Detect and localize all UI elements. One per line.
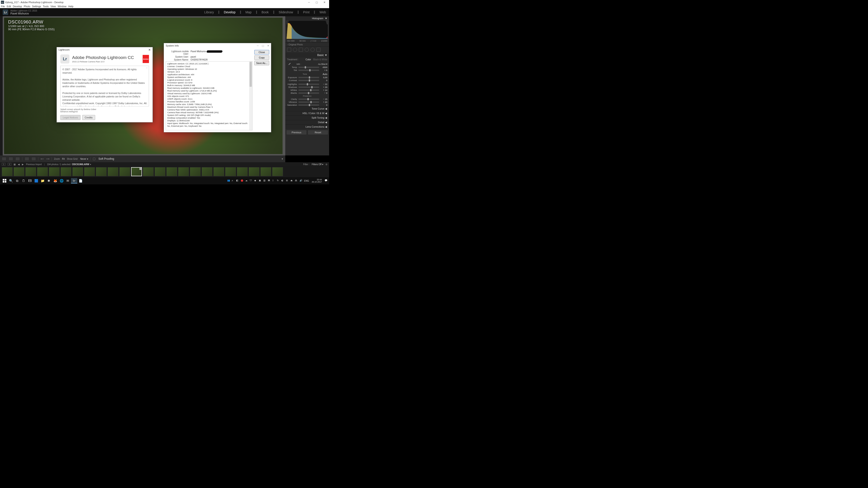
start-button[interactable] <box>1 178 8 184</box>
menu-photo[interactable]: Photo <box>24 5 30 8</box>
auto-tone[interactable]: Auto <box>322 73 327 75</box>
tray-app7-icon[interactable]: ◐ <box>281 179 285 182</box>
thumbnail[interactable]: 2 <box>131 167 142 176</box>
about-close-icon[interactable]: ✕ <box>148 48 151 52</box>
sysinfo-scrollbar[interactable] <box>249 61 252 130</box>
app-icon-2[interactable]: ✱ <box>46 178 52 184</box>
back-icon[interactable]: ◀ <box>18 163 20 166</box>
module-slideshow[interactable]: Slideshow <box>278 10 293 14</box>
contrast-slider[interactable] <box>298 80 319 81</box>
tray-app1-icon[interactable]: ◧ <box>236 179 239 182</box>
filter-lock-icon[interactable]: ⊘ <box>326 163 327 166</box>
thumbnail[interactable] <box>249 167 259 176</box>
sysinfo-copy-button[interactable]: Copy <box>254 55 269 60</box>
firefox-icon[interactable]: 🦊 <box>52 178 58 184</box>
tray-network-icon[interactable]: 🖧 <box>295 179 298 182</box>
about-dialog-titlebar[interactable]: Lightroom ✕ <box>57 47 153 52</box>
thumbnail[interactable] <box>155 167 165 176</box>
flag-icon[interactable] <box>25 157 29 161</box>
tray-clock[interactable]: 22:4426.10.2017 <box>310 178 323 183</box>
thumbnail[interactable] <box>37 167 48 176</box>
split-toning-panel[interactable]: Split Toning ◀ <box>285 116 329 120</box>
tray-app4-icon[interactable]: ▣ <box>259 179 262 182</box>
zoom-fit[interactable]: Fit <box>62 158 65 160</box>
thumbnail[interactable] <box>107 167 119 176</box>
temp-slider[interactable] <box>298 67 319 68</box>
media-player-icon[interactable]: 🎞 <box>27 178 33 184</box>
menu-help[interactable]: Help <box>68 5 73 8</box>
detail-panel[interactable]: Detail ◀ <box>285 120 329 125</box>
whites-slider[interactable] <box>298 90 319 91</box>
thumbnail[interactable] <box>260 167 271 176</box>
exposure-slider[interactable] <box>298 77 319 78</box>
tray-sync-icon[interactable]: ↻ <box>277 179 280 182</box>
thumbnail[interactable] <box>49 167 60 176</box>
thumbnail[interactable] <box>2 167 13 176</box>
lens-corrections-panel[interactable]: Lens Corrections ◀ <box>285 125 329 129</box>
tray-shield-icon[interactable]: 🛡 <box>250 179 253 182</box>
menu-view[interactable]: View <box>51 5 56 8</box>
highlights-slider[interactable] <box>298 84 319 85</box>
nav-next-icon[interactable]: ⟶ <box>46 158 49 160</box>
module-develop[interactable]: Develop <box>223 10 236 14</box>
loupe-view-icon[interactable] <box>2 157 6 161</box>
explorer-icon[interactable]: 📁 <box>39 178 46 184</box>
histogram-header[interactable]: Histogram ▼ <box>285 16 329 20</box>
thumbnail[interactable] <box>143 167 154 176</box>
thumbnail[interactable] <box>202 167 213 176</box>
menu-settings[interactable]: Settings <box>32 5 41 8</box>
legal-notices-button[interactable]: Legal Notices <box>60 115 81 120</box>
histogram[interactable] <box>287 21 328 39</box>
thumbnail[interactable] <box>166 167 177 176</box>
minimize-button[interactable]: ─ <box>305 1 313 4</box>
tray-bt-icon[interactable]: ᛒ <box>272 179 276 182</box>
toolbar-menu-icon[interactable]: ▼ <box>281 158 283 160</box>
treatment-color[interactable]: Color <box>306 58 311 61</box>
sysinfo-close-button[interactable]: Close <box>254 50 269 55</box>
blacks-slider[interactable] <box>298 92 319 94</box>
treatment-bw[interactable]: Black & White <box>313 58 327 61</box>
module-web[interactable]: Web <box>319 10 327 14</box>
monitor-2[interactable]: 2 <box>8 163 11 166</box>
eyedropper-icon[interactable] <box>288 62 292 65</box>
sysinfo-text[interactable]: Lightroom version: CC 2015.13 [ 1141928 … <box>166 61 252 130</box>
saturation-slider[interactable] <box>298 104 319 106</box>
wb-select[interactable]: As Shot ▾ <box>316 63 327 65</box>
original-photo-toggle[interactable]: ▫ Original Photo <box>285 42 329 47</box>
module-library[interactable]: Library <box>204 10 215 14</box>
shadows-slider[interactable] <box>298 87 319 88</box>
previous-button[interactable]: Previous <box>286 130 307 135</box>
tint-slider[interactable] <box>298 70 319 71</box>
tone-curve-panel[interactable]: Tone Curve ◀ <box>285 106 329 111</box>
source-label[interactable]: Previous Import <box>26 163 42 166</box>
menu-develop[interactable]: Develop <box>13 5 22 8</box>
nav-prev-icon[interactable]: ⟵ <box>41 158 44 160</box>
tray-app8-icon[interactable]: ⊞ <box>286 179 289 182</box>
reject-icon[interactable] <box>31 157 36 161</box>
tray-volume-icon[interactable]: 🔊 <box>300 179 303 182</box>
monitor-1[interactable]: 1 <box>2 163 5 166</box>
tray-lang[interactable]: ENG <box>304 180 309 182</box>
credits-button[interactable]: Credits <box>82 115 95 120</box>
tray-app6-icon[interactable]: ⬒ <box>268 179 271 182</box>
tray-eject-icon[interactable]: ⏏ <box>290 179 293 182</box>
outlook-icon[interactable]: ✉ <box>65 178 71 184</box>
notepad-icon[interactable]: 📄 <box>77 178 84 184</box>
vibrance-slider[interactable] <box>298 101 319 103</box>
thumbnail[interactable] <box>72 167 83 176</box>
thumbnail[interactable] <box>61 167 71 176</box>
thumbnail[interactable] <box>190 167 201 176</box>
tray-app5-icon[interactable]: ▥ <box>264 179 267 182</box>
filmstrip[interactable]: 2 <box>0 166 329 177</box>
reset-button[interactable]: Reset <box>308 130 328 135</box>
about-scrollbar[interactable] <box>146 67 148 105</box>
redeye-tool-icon[interactable] <box>299 48 303 52</box>
tray-people-icon[interactable]: 👥 <box>227 179 230 182</box>
menu-edit[interactable]: Edit <box>7 5 11 8</box>
app-icon-1[interactable]: 🟦 <box>33 178 39 184</box>
hsl-panel[interactable]: HSL / Color / B & W ◀ <box>285 111 329 116</box>
thumbnail[interactable] <box>13 167 24 176</box>
clarity-slider[interactable] <box>298 98 319 100</box>
sysinfo-max-icon[interactable]: ▢ <box>262 44 264 47</box>
thumbnail[interactable] <box>237 167 248 176</box>
